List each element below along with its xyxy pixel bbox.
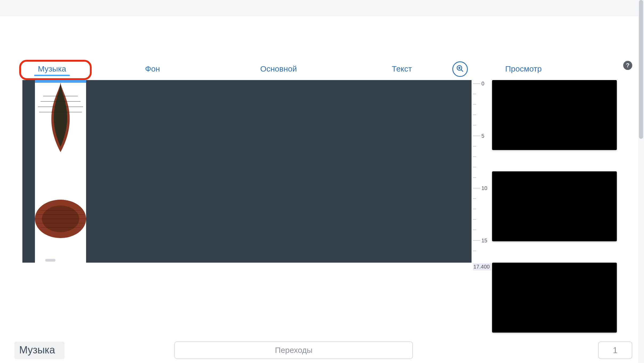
help-button[interactable]: ? (623, 61, 632, 70)
zoom-in-button[interactable] (452, 61, 468, 77)
tab-main[interactable]: Основной (254, 63, 303, 76)
ruler-label: 15 (481, 238, 487, 244)
tab-label: Основной (260, 64, 297, 73)
tab-background[interactable]: Фон (139, 63, 166, 76)
svg-line-1 (461, 70, 463, 72)
item-count-box: 1 (598, 341, 632, 359)
preview-thumbnail[interactable] (492, 80, 617, 150)
item-count-value: 1 (613, 345, 618, 355)
track-left-margin (22, 80, 35, 263)
bottom-bar: Музыка Переходы 1 (14, 341, 632, 359)
tab-label: Фон (145, 64, 160, 73)
top-header-bar (0, 0, 638, 16)
preview-thumbnail[interactable] (492, 171, 617, 241)
ruler-end-label: 17.400 (473, 263, 491, 270)
zoom-in-icon (456, 65, 464, 74)
tab-music[interactable]: Музыка (32, 63, 72, 76)
vertical-scrollbar-track[interactable] (638, 0, 644, 363)
tab-label: Просмотр (505, 64, 542, 73)
timeline-scroll-handle[interactable] (45, 259, 55, 262)
ruler-label: 10 (481, 185, 487, 191)
audio-clip[interactable] (35, 80, 86, 263)
vertical-scrollbar-thumb[interactable] (639, 0, 643, 139)
preview-column (492, 80, 617, 333)
ruler-label: 0 (481, 81, 484, 87)
waveform-segment-2 (35, 192, 86, 246)
time-ruler: 0 5 10 15 17.400 (473, 80, 492, 269)
tab-label: Музыка (38, 64, 66, 73)
ruler-label: 5 (481, 133, 484, 139)
timeline-canvas[interactable] (22, 80, 472, 263)
waveform-segment-1 (35, 83, 86, 152)
clip-selection-bar[interactable] (35, 80, 86, 83)
tab-preview[interactable]: Просмотр (499, 63, 548, 76)
preview-thumbnail[interactable] (492, 263, 617, 333)
transitions-button[interactable]: Переходы (174, 341, 413, 359)
tab-label: Текст (392, 64, 412, 73)
transitions-label: Переходы (275, 346, 313, 355)
tab-text[interactable]: Текст (386, 63, 418, 76)
editor-tabs: Музыка Фон Основной Текст Просмотр (19, 62, 635, 76)
help-icon: ? (626, 62, 629, 69)
section-title-label: Музыка (19, 344, 55, 356)
section-title-chip: Музыка (14, 342, 65, 359)
